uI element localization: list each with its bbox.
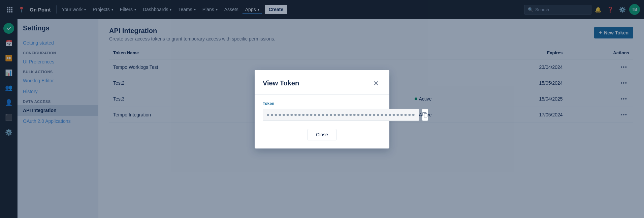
copy-token-button[interactable] (422, 109, 428, 121)
token-field-label: Token (263, 101, 381, 106)
modal-close-button[interactable]: ✕ (371, 78, 381, 89)
token-masked-value: ●●●●●●●●●●●●●●●●●●●●●●●●●●●●●●●●●●●●●● (266, 112, 416, 118)
modal-title: View Token (263, 79, 299, 87)
svg-rect-9 (424, 114, 427, 117)
modal-header: View Token ✕ (263, 78, 381, 89)
copy-icon (422, 112, 428, 117)
token-value-display: ●●●●●●●●●●●●●●●●●●●●●●●●●●●●●●●●●●●●●● (263, 109, 419, 121)
modal-overlay[interactable]: View Token ✕ Token ●●●●●●●●●●●●●●●●●●●●●… (0, 0, 644, 218)
modal-divider (255, 94, 389, 94)
view-token-modal: View Token ✕ Token ●●●●●●●●●●●●●●●●●●●●●… (255, 70, 389, 148)
token-field-row: ●●●●●●●●●●●●●●●●●●●●●●●●●●●●●●●●●●●●●● (263, 109, 381, 121)
modal-close-label-button[interactable]: Close (308, 129, 336, 140)
modal-footer: Close (263, 129, 381, 140)
